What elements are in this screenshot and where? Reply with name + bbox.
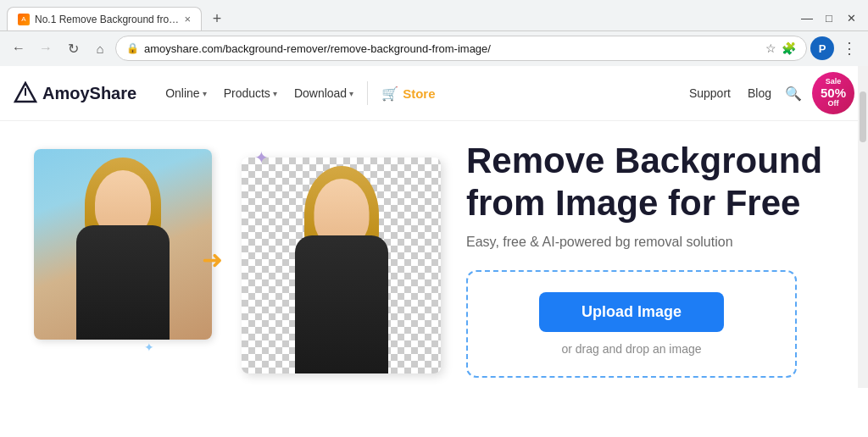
- refresh-button[interactable]: ↻: [61, 36, 85, 60]
- address-bar-row: ← → ↻ ⌂ 🔒 amoyshare.com/background-remov…: [0, 31, 868, 66]
- hero-subtitle: Easy, free & AI-powered bg removal solut…: [466, 235, 834, 250]
- scrollbar-thumb[interactable]: [860, 91, 866, 142]
- hero-title: Remove Background from Image for Free: [466, 140, 834, 225]
- sparkle-bottom-icon: ✦: [144, 340, 154, 354]
- browser-chrome: A No.1 Remove Background from... × + — □…: [0, 0, 868, 66]
- nav-search-button[interactable]: 🔍: [780, 80, 807, 107]
- sparkle-top-icon: ✦: [254, 147, 269, 168]
- sale-badge[interactable]: Sale 50% Off: [812, 72, 854, 114]
- arrow-icon: ➜: [202, 244, 223, 274]
- tab-title: No.1 Remove Background from...: [35, 14, 179, 25]
- original-photo-card: [34, 149, 212, 340]
- logo-icon: [14, 81, 37, 105]
- right-content: Remove Background from Image for Free Ea…: [449, 140, 834, 379]
- navbar: AmoyShare Online ▾ Products ▾ Download ▾…: [0, 66, 868, 121]
- nav-store[interactable]: 🛒 Store: [373, 80, 443, 107]
- star-icon[interactable]: ☆: [765, 41, 776, 55]
- main-content: ➜ ✦ ✦ Remove Backgrou: [0, 121, 868, 388]
- lock-icon: 🔒: [126, 42, 139, 54]
- active-tab[interactable]: A No.1 Remove Background from... ×: [7, 7, 202, 30]
- sale-off: Off: [828, 100, 839, 108]
- new-tab-button[interactable]: +: [205, 7, 229, 30]
- profile-button[interactable]: P: [810, 36, 834, 60]
- tab-bar: A No.1 Remove Background from... × + — □…: [0, 0, 868, 30]
- image-demo-area: ➜ ✦ ✦: [34, 141, 449, 378]
- close-button[interactable]: ✕: [841, 8, 861, 28]
- nav-divider: [367, 81, 368, 105]
- download-chevron-icon: ▾: [349, 89, 353, 98]
- forward-button[interactable]: →: [34, 36, 58, 60]
- website: AmoyShare Online ▾ Products ▾ Download ▾…: [0, 66, 868, 388]
- nav-download[interactable]: Download ▾: [286, 81, 362, 105]
- result-photo-card: [242, 158, 441, 373]
- back-button[interactable]: ←: [7, 36, 31, 60]
- nav-products[interactable]: Products ▾: [215, 81, 286, 105]
- sale-percent: 50%: [821, 86, 846, 101]
- online-label: Online: [165, 86, 199, 100]
- maximize-button[interactable]: □: [819, 8, 839, 28]
- extensions-icon[interactable]: 🧩: [782, 41, 796, 55]
- window-controls: — □ ✕: [797, 8, 868, 30]
- support-label: Support: [689, 86, 731, 100]
- products-label: Products: [224, 86, 270, 100]
- tab-close-icon[interactable]: ×: [184, 13, 191, 25]
- minimize-button[interactable]: —: [797, 8, 817, 28]
- nav-support[interactable]: Support: [681, 81, 739, 105]
- address-bar[interactable]: 🔒 amoyshare.com/background-remover/remov…: [115, 36, 807, 61]
- home-button[interactable]: ⌂: [88, 36, 112, 60]
- cart-icon: 🛒: [381, 86, 398, 102]
- store-label: Store: [403, 86, 435, 101]
- upload-image-button[interactable]: Upload Image: [539, 292, 724, 332]
- online-chevron-icon: ▾: [203, 89, 207, 98]
- upload-drop-zone[interactable]: Upload Image or drag and drop an image: [466, 270, 797, 378]
- tab-favicon: A: [18, 14, 30, 25]
- nav-blog[interactable]: Blog: [739, 81, 780, 105]
- nav-online[interactable]: Online ▾: [157, 81, 214, 105]
- scrollbar[interactable]: [858, 66, 868, 388]
- blog-label: Blog: [748, 86, 771, 100]
- products-chevron-icon: ▾: [273, 89, 277, 98]
- browser-menu-button[interactable]: ⋮: [837, 36, 861, 60]
- download-label: Download: [294, 86, 347, 100]
- address-text: amoyshare.com/background-remover/remove-…: [144, 42, 760, 55]
- logo-text: AmoyShare: [42, 84, 136, 103]
- drag-drop-hint: or drag and drop an image: [562, 342, 702, 356]
- logo[interactable]: AmoyShare: [14, 81, 136, 105]
